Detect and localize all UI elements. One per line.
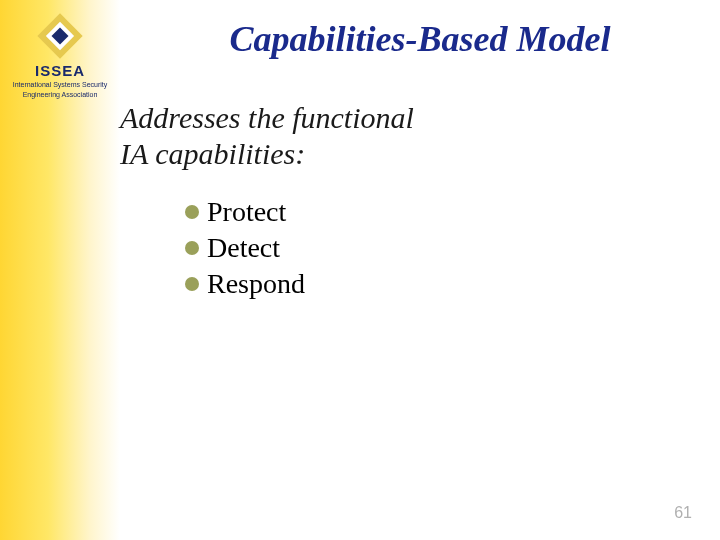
bullet-icon [185, 205, 199, 219]
slide-subtitle: Addresses the functional IA capabilities… [120, 100, 414, 172]
subtitle-line-1: Addresses the functional [120, 100, 414, 136]
list-item: Respond [185, 268, 305, 300]
logo-acronym: ISSEA [12, 62, 108, 79]
issea-diamond-icon [32, 8, 88, 64]
bullet-label: Protect [207, 196, 286, 228]
bullet-label: Respond [207, 268, 305, 300]
list-item: Detect [185, 232, 305, 264]
bullet-label: Detect [207, 232, 280, 264]
issea-logo: ISSEA International Systems Security Eng… [12, 8, 108, 98]
bullet-icon [185, 241, 199, 255]
list-item: Protect [185, 196, 305, 228]
logo-subline-1: International Systems Security [12, 81, 108, 89]
bullet-list: Protect Detect Respond [185, 196, 305, 304]
page-number: 61 [674, 504, 692, 522]
slide-title: Capabilities-Based Model [140, 18, 700, 60]
bullet-icon [185, 277, 199, 291]
logo-subline-2: Engineering Association [12, 91, 108, 99]
subtitle-line-2: IA capabilities: [120, 136, 414, 172]
